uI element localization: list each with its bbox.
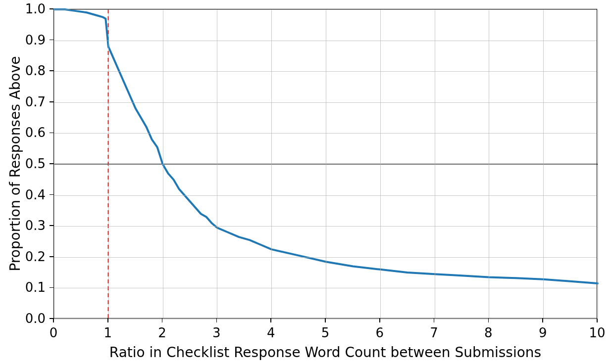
y-tick-label: 0.9 [25, 33, 46, 47]
x-tick-label: 2 [158, 325, 166, 340]
grid-line-vertical [163, 9, 163, 318]
x-tick-label: 1 [104, 325, 112, 340]
y-tick-mark [50, 8, 53, 9]
grid-line-horizontal [54, 257, 597, 258]
y-tick-label: 0.2 [25, 249, 46, 264]
grid-line-horizontal [54, 9, 597, 10]
x-tick-mark [53, 318, 54, 322]
x-tick-mark [325, 318, 326, 322]
grid-line-vertical [54, 9, 54, 318]
grid-line-vertical [435, 9, 435, 318]
y-tick-label: 0.4 [25, 187, 46, 202]
x-tick-label: 6 [376, 325, 384, 340]
grid-line-vertical [108, 9, 109, 318]
x-tick-label: 9 [539, 325, 547, 340]
x-tick-label: 4 [267, 325, 275, 340]
x-tick-label: 0 [50, 325, 58, 340]
grid-line-horizontal [54, 195, 597, 196]
y-tick-label: 0.0 [25, 311, 46, 326]
x-tick-mark [107, 318, 108, 322]
y-tick-mark [50, 256, 53, 257]
y-axis-label: Proportion of Responses Above [7, 56, 23, 271]
y-tick-mark [50, 101, 53, 102]
grid-line-vertical [489, 9, 489, 318]
grid-line-vertical [326, 9, 326, 318]
grid-line-vertical [598, 9, 598, 318]
y-tick-label: 0.8 [25, 63, 46, 78]
y-tick-label: 0.1 [25, 280, 46, 295]
y-tick-mark [50, 70, 53, 71]
x-tick-mark [542, 318, 543, 322]
x-tick-mark [216, 318, 217, 322]
grid-line-horizontal [54, 226, 597, 227]
grid-line-horizontal [54, 133, 597, 134]
y-tick-label: 0.7 [25, 94, 46, 109]
grid-line-horizontal [54, 102, 597, 103]
x-tick-mark [162, 318, 163, 322]
grid-line-vertical [543, 9, 544, 318]
y-tick-label: 1.0 [25, 1, 46, 16]
grid-line-vertical [271, 9, 272, 318]
grid-line-horizontal [54, 71, 597, 72]
y-tick-label: 0.5 [25, 156, 46, 171]
x-tick-label: 5 [321, 325, 330, 340]
grid-line-horizontal [54, 41, 597, 41]
y-tick-mark [50, 225, 53, 226]
y-tick-label: 0.6 [25, 125, 46, 140]
y-tick-mark [50, 163, 53, 164]
x-tick-mark [597, 318, 598, 322]
x-tick-mark [488, 318, 489, 322]
y-tick-label: 0.3 [25, 218, 46, 233]
x-tick-mark [434, 318, 435, 322]
grid-line-horizontal [54, 164, 597, 165]
x-tick-label: 3 [212, 325, 221, 340]
y-tick-mark [50, 133, 53, 134]
grid-line-vertical [380, 9, 381, 318]
x-tick-label: 7 [430, 325, 438, 340]
y-tick-mark [50, 287, 53, 288]
y-tick-mark [50, 194, 53, 195]
y-tick-mark [50, 40, 53, 41]
x-tick-mark [270, 318, 271, 322]
y-tick-mark [50, 318, 53, 319]
x-tick-label: 8 [484, 325, 493, 340]
grid-line-vertical [217, 9, 217, 318]
figure: Ratio in Checklist Response Word Count b… [0, 0, 611, 364]
x-tick-mark [379, 318, 380, 322]
x-axis-label: Ratio in Checklist Response Word Count b… [109, 344, 541, 361]
plot-area [53, 9, 597, 318]
x-tick-label: 10 [589, 325, 605, 340]
grid-line-horizontal [54, 288, 597, 288]
